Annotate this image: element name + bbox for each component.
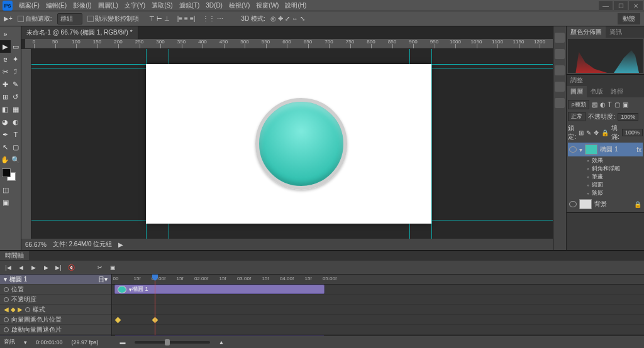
ruler-vertical[interactable] [21, 49, 31, 239]
brush-tool[interactable]: ✎ [11, 78, 21, 90]
menu-window[interactable]: 視窗(W) [256, 1, 279, 10]
expand-toolbox-icon[interactable]: » [0, 28, 11, 40]
layer-kind-filter[interactable]: ρ種類 [568, 100, 589, 109]
zoom-readout[interactable]: 66.67% [25, 241, 47, 248]
eraser-tool[interactable]: ◧ [0, 103, 11, 116]
ellipse-shape[interactable] [255, 98, 347, 190]
hand-tool[interactable]: ✋ [0, 153, 11, 166]
lock-pixels-icon[interactable]: ✎ [586, 129, 591, 136]
workspace-tab[interactable]: 動態 [618, 13, 640, 24]
window-minimize-button[interactable]: — [599, 1, 613, 10]
lock-transparency-icon[interactable]: ⊞ [579, 129, 584, 136]
align-top-icon[interactable]: ⊤ [149, 15, 155, 22]
timeline-zoom-slider[interactable] [135, 341, 210, 344]
paths-tab[interactable]: 路徑 [607, 86, 627, 97]
menu-help[interactable]: 說明(H) [285, 1, 306, 10]
filter-shape-icon[interactable]: ▢ [614, 101, 620, 108]
scale-icon[interactable]: ⤡ [300, 15, 305, 22]
doc-info[interactable]: 文件: 2.64M/0 位元組 [53, 240, 112, 249]
window-maximize-button[interactable]: ☐ [614, 1, 628, 10]
effect-bevel[interactable]: 斜角和浮雕 [568, 165, 643, 173]
layer-item-ellipse[interactable]: ▾ 橢圓 1 fx [568, 143, 643, 156]
layers-tab[interactable]: 圖層 [567, 86, 587, 97]
menu-select[interactable]: 選取(S) [152, 1, 172, 10]
channels-tab[interactable]: 色版 [587, 86, 607, 97]
align-bottom-icon[interactable]: ⊥ [164, 15, 170, 22]
track-position[interactable]: 位置 [0, 285, 111, 295]
align-hcenter-icon[interactable]: ≡ [184, 15, 188, 22]
orbit-icon[interactable]: ◎ [270, 15, 276, 22]
history-brush-tool[interactable]: ↺ [11, 90, 21, 103]
distribute-icon[interactable]: ⋯ [217, 15, 223, 22]
screenmode-tool[interactable]: ▣ [0, 196, 11, 209]
wand-tool[interactable]: ✦ [11, 53, 21, 65]
swatches-panel-icon[interactable] [555, 49, 565, 59]
audio-chevron-icon[interactable]: ▾ [24, 339, 27, 345]
align-left-icon[interactable]: |≡ [177, 15, 182, 22]
histogram-tab[interactable]: 顏色分佈圖 [567, 26, 606, 38]
adjustments-tab[interactable]: 調整 [567, 75, 587, 86]
auto-select-dropdown[interactable]: 群組 [57, 13, 82, 24]
effect-shadow[interactable]: 陰影 [568, 189, 643, 197]
menu-file[interactable]: 檔案(F) [19, 1, 40, 10]
timeline-layer-header[interactable]: ▾ 橢圓 1日▾ [0, 275, 111, 285]
menu-filter[interactable]: 濾鏡(T) [179, 1, 200, 10]
mute-button[interactable]: 🔇 [67, 263, 75, 272]
visibility-toggle[interactable] [569, 201, 577, 207]
crop-tool[interactable]: ✂ [0, 65, 11, 78]
effects-header[interactable]: 效果 [568, 156, 643, 165]
ruler-horizontal[interactable]: 0501001502002503003504004505005506006507… [25, 39, 553, 49]
menu-type[interactable]: 文字(Y) [125, 1, 145, 10]
clip-background[interactable]: ▸ 背景 [114, 335, 325, 335]
track-opacity[interactable]: 不透明度 [0, 295, 111, 305]
last-frame-button[interactable]: ▶| [54, 263, 63, 272]
info-chevron-icon[interactable]: ▶ [118, 241, 123, 248]
play-button[interactable]: ▶ [29, 263, 38, 272]
effect-satin[interactable]: 緞面 [568, 181, 643, 189]
layer-name[interactable]: 背景 [594, 200, 607, 209]
blur-tool[interactable]: ◕ [0, 116, 11, 128]
canvas-viewport[interactable] [31, 49, 553, 239]
menu-view[interactable]: 檢視(V) [229, 1, 250, 10]
show-transform-checkbox[interactable] [87, 16, 94, 22]
auto-select-checkbox[interactable] [18, 16, 24, 22]
menu-edit[interactable]: 編輯(E) [46, 1, 67, 10]
marquee-tool[interactable]: ▭ [11, 40, 21, 53]
split-button[interactable]: ✂ [96, 263, 104, 272]
pen-tool[interactable]: ✒ [0, 128, 11, 141]
layer-thumb[interactable] [579, 199, 592, 209]
track-vectormask-pos[interactable]: 向量圖遮色片位置 [0, 315, 111, 325]
timeline-ruler[interactable]: 0015f01:00f15f02:00f15f03:00f15f04:00f15… [112, 275, 644, 285]
filter-smart-icon[interactable]: ▣ [623, 101, 628, 108]
fill-input[interactable]: 100% [622, 129, 643, 136]
clip-ellipse[interactable]: ▾ 橢圓 1 [114, 285, 325, 294]
window-close-button[interactable]: ✕ [629, 1, 643, 10]
filter-adjust-icon[interactable]: ◐ [600, 101, 606, 108]
styles-panel-icon[interactable] [555, 98, 565, 108]
transition-button[interactable]: ▣ [108, 263, 117, 272]
slide-icon[interactable]: ↔ [292, 15, 298, 22]
visibility-toggle[interactable] [569, 146, 577, 153]
quickmask-tool[interactable]: ◫ [0, 183, 11, 196]
dodge-tool[interactable]: ◐ [11, 116, 21, 128]
shape-tool[interactable]: ▢ [11, 141, 21, 153]
menu-3d[interactable]: 3D(D) [206, 2, 223, 9]
type-tool[interactable]: T [11, 128, 21, 141]
color-swatches[interactable] [0, 166, 21, 183]
disclosure-triangle[interactable]: ▾ [579, 146, 582, 153]
dolly-icon[interactable]: ⤢ [285, 15, 290, 22]
filter-pixel-icon[interactable]: ▧ [592, 101, 597, 108]
info-tab[interactable]: 資訊 [606, 26, 626, 38]
zoom-in-icon[interactable]: ▲ [219, 339, 225, 345]
menu-image[interactable]: 影像(I) [73, 1, 91, 10]
zoom-tool[interactable]: 🔍 [11, 153, 21, 166]
document-tab[interactable]: 未命名-1 @ 66.7% (橢圓 1, RGB/8#) * [21, 26, 138, 39]
path-tool[interactable]: ↖ [0, 141, 11, 153]
opacity-input[interactable]: 100% [618, 113, 638, 121]
blend-mode-dropdown[interactable]: 正常 [568, 112, 586, 121]
color-panel-icon[interactable] [555, 33, 565, 43]
layer-name[interactable]: 橢圓 1 [600, 145, 618, 154]
timeline-tab[interactable]: 時間軸 [0, 251, 29, 260]
eyedropper-tool[interactable]: ℐ [11, 65, 21, 78]
lasso-tool[interactable]: ɐ [0, 53, 11, 65]
